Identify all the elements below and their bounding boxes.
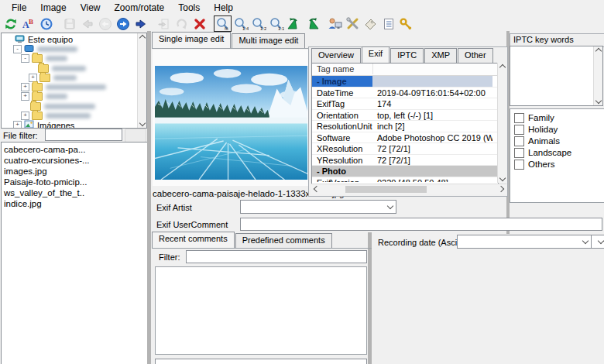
tree-expander[interactable]: + (21, 92, 29, 101)
recording-date-aux-dropdown[interactable] (591, 235, 604, 249)
tree-item[interactable]: - (3, 44, 137, 53)
rotate-left-icon[interactable] (285, 15, 303, 32)
exif-usercomment-input[interactable] (240, 218, 602, 231)
scroll-up-icon[interactable] (499, 64, 506, 70)
tree-expander[interactable]: - (13, 45, 22, 53)
scroll-down-icon[interactable] (595, 98, 601, 104)
menu-item-help[interactable]: Help (207, 1, 240, 15)
exif-row[interactable]: XResolution72 [72/1] (312, 143, 498, 155)
checkbox-icon[interactable] (514, 125, 524, 135)
tree-expander[interactable]: + (21, 112, 29, 120)
comments-filter-input[interactable] (186, 250, 367, 263)
file-list-item[interactable]: cuatro-excursiones-... (2, 155, 147, 166)
tab-exif[interactable]: Exif (362, 46, 390, 63)
tab-multi-image-edit[interactable]: Multi image edit (232, 33, 305, 48)
tree-item[interactable]: + (3, 111, 137, 120)
tree-item[interactable] (3, 101, 137, 111)
scroll-up-icon[interactable] (595, 48, 601, 54)
exif-row[interactable]: SoftwareAdobe Photoshop CC 2019 (Windo (312, 132, 498, 144)
file-list-item[interactable]: images.jpg (2, 166, 147, 177)
tab-other[interactable]: Other (458, 48, 493, 63)
tree-item[interactable] (3, 64, 137, 73)
tab-single-image-edit[interactable]: Single image edit (152, 32, 231, 48)
tree-expander[interactable]: + (21, 83, 29, 91)
rotate-right-icon[interactable] (303, 15, 321, 32)
tab-overview[interactable]: Overview (311, 48, 361, 63)
key-icon[interactable] (397, 15, 415, 32)
font-icon[interactable]: AB (19, 15, 37, 32)
tag-icon[interactable] (362, 15, 379, 32)
checkbox-icon[interactable] (514, 136, 524, 146)
tree-item[interactable]: + (3, 92, 137, 101)
menu-item-image[interactable]: Image (33, 1, 73, 15)
exif-row[interactable]: ExifVersion0220 [48 50 50 48] (312, 177, 498, 182)
tab-predefined-comments[interactable]: Predefined comments (235, 233, 332, 248)
tree-item-im-genes[interactable]: +Imágenes (3, 121, 137, 128)
scrollbar-thumb[interactable] (345, 186, 427, 193)
menu-item-tools[interactable]: Tools (171, 1, 207, 15)
iptc-scrollbar[interactable] (593, 46, 602, 105)
file-filter-input[interactable] (45, 129, 122, 141)
scroll-right-icon[interactable] (498, 185, 504, 191)
menu-item-file[interactable]: File (5, 1, 33, 15)
comments-listbox[interactable] (155, 266, 367, 355)
tree-item[interactable]: + (3, 82, 137, 91)
zoom-fit-icon[interactable]: fit (214, 15, 232, 32)
zoom-1-2-icon[interactable]: 1:2 (249, 15, 267, 32)
tree-expander[interactable]: + (13, 121, 22, 128)
file-list-item[interactable]: indice.jpg (2, 198, 147, 209)
keyword-checkbox-animals[interactable]: Animals (514, 136, 604, 146)
file-list-item[interactable]: ws_valley_of_the_t.. (2, 187, 147, 198)
bottom-splitter[interactable] (368, 232, 372, 364)
tab-iptc[interactable]: IPTC (390, 48, 424, 63)
tree-item-este-equipo[interactable]: Este equipo (3, 35, 137, 44)
recording-date-combobox[interactable] (457, 235, 592, 249)
forward-icon[interactable] (132, 15, 149, 32)
menu-item-view[interactable]: View (74, 1, 108, 15)
iptc-keywords-listbox[interactable] (510, 46, 603, 106)
checkbox-icon[interactable] (514, 113, 524, 123)
file-list-item[interactable]: Paisaje-foto-pmicip... (2, 177, 147, 187)
tree-item[interactable]: + (3, 73, 137, 82)
scroll-down-icon[interactable] (499, 175, 506, 181)
exif-row[interactable]: ExifTag174 (312, 98, 498, 110)
tab-recent-comments[interactable]: Recent comments (152, 232, 235, 248)
delete-icon[interactable] (190, 15, 208, 32)
left-splitter[interactable] (147, 31, 151, 364)
next-image-icon[interactable] (114, 15, 132, 32)
file-list-item[interactable]: cabecero-cama-pa... (2, 144, 147, 155)
exif-row[interactable]: Orientationtop, left (-/-) [1] (312, 110, 498, 122)
refresh-icon[interactable] (2, 15, 19, 32)
tree-expander[interactable]: - (21, 54, 29, 63)
keyword-checkbox-others[interactable]: Others (514, 159, 604, 170)
file-filter-apply-button[interactable] (125, 129, 146, 143)
exif-row[interactable]: DateTime2019-04-09T16:01:54+02:00 (312, 88, 498, 99)
exif-row[interactable]: ResolutionUnitinch [2] (312, 121, 498, 132)
zoom-1-1-icon[interactable]: 1:1 (267, 15, 285, 32)
exif-artist-combobox[interactable] (240, 200, 396, 214)
exif-row[interactable]: YResolution72 [72/1] (312, 155, 498, 167)
scroll-left-icon[interactable] (314, 185, 320, 191)
tree-scrollbar[interactable] (137, 33, 146, 128)
tab-xmp[interactable]: XMP (424, 48, 457, 63)
user-settings-icon[interactable] (326, 15, 344, 32)
properties-icon[interactable] (379, 15, 397, 32)
preview-image[interactable] (155, 66, 307, 180)
zoom-1-4-icon[interactable]: 1:4 (232, 15, 249, 32)
keyword-checkbox-family[interactable]: Family (514, 112, 604, 123)
scroll-down-icon[interactable] (139, 120, 145, 126)
settings-icon[interactable] (344, 15, 362, 32)
keyword-checkbox-holiday[interactable]: Holiday (514, 124, 604, 135)
column-header-tag[interactable]: Tag name (312, 64, 373, 74)
tree-item[interactable]: - (3, 54, 137, 64)
scroll-up-icon[interactable] (139, 35, 145, 41)
exif-row[interactable]: - Image (312, 76, 498, 88)
checkbox-icon[interactable] (514, 160, 524, 170)
exif-hscrollbar[interactable] (311, 184, 506, 194)
keyword-checkbox-landscape[interactable]: Landscape (514, 147, 604, 158)
exif-row[interactable]: - Photo (312, 166, 498, 177)
menu-item-zoom-rotate[interactable]: Zoom/rotate (108, 1, 172, 15)
exif-vscrollbar[interactable] (497, 63, 507, 183)
clock-icon[interactable] (37, 15, 55, 32)
checkbox-icon[interactable] (514, 148, 524, 158)
